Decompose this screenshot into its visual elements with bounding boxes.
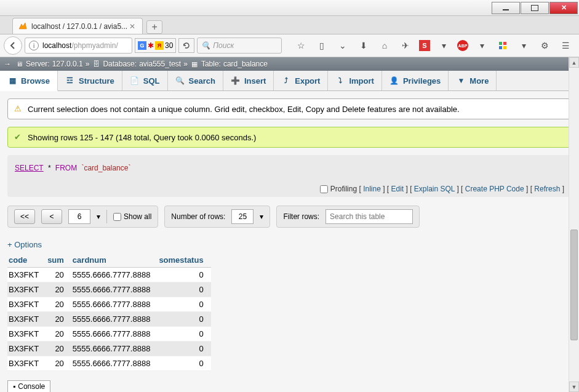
home-icon[interactable]: ⌂ <box>377 38 392 53</box>
explain-link[interactable]: Explain SQL <box>414 185 455 193</box>
dropdown-icon[interactable]: ▾ <box>436 38 451 53</box>
table-row[interactable]: BX3FKT205555.6666.7777.88880 <box>7 282 211 297</box>
url-bar[interactable]: i localhost/phpmyadmin/ <box>25 38 132 54</box>
tab-import[interactable]: ⤵Import <box>328 71 381 90</box>
search-magnifier-icon: 🔍 <box>201 41 210 50</box>
crumb-server-value[interactable]: 127.0.0.1 <box>52 60 83 68</box>
close-window-button[interactable] <box>549 2 578 14</box>
table-row[interactable]: BX3FKT205555.6666.7777.88880 <box>7 268 211 282</box>
gear-icon[interactable]: ⚙ <box>537 38 552 53</box>
cell-cardnum: 5555.6666.7777.8888 <box>71 356 158 371</box>
tab-structure[interactable]: ☲Structure <box>58 71 122 90</box>
cell-somestatus: 0 <box>158 312 210 327</box>
pocket-icon[interactable]: ⌄ <box>335 38 350 53</box>
svg-rect-1 <box>503 42 506 45</box>
pager: << < ▾ Show all Number of rows: ▾ <box>7 206 572 228</box>
sql-panel: SELECT * FROM `card_balance` Profiling [… <box>7 155 572 197</box>
tab-sql[interactable]: 📄SQL <box>122 71 168 90</box>
bookmark-star-icon[interactable]: ☆ <box>293 38 308 53</box>
yandex-widget[interactable]: G ✱ Я 30 <box>135 38 176 53</box>
toolbar-right: ☆ ▯ ⌄ ⬇ ⌂ ✈ S ▾ ABP ▾ ▾ ⚙ ☰ <box>293 38 575 53</box>
extension-flag-icon[interactable] <box>495 38 510 53</box>
col-code[interactable]: code <box>7 253 46 268</box>
options-link[interactable]: + Options <box>7 240 42 249</box>
table-row[interactable]: BX3FKT205555.6666.7777.88880 <box>7 356 211 371</box>
col-cardnum[interactable]: cardnum <box>71 253 158 268</box>
results-table: code sum cardnum somestatus BX3FKT205555… <box>7 253 211 371</box>
inline-link[interactable]: Inline <box>363 185 381 193</box>
s-extension-icon[interactable]: S <box>419 40 430 51</box>
crumb-db-value[interactable]: avia555_test <box>139 60 181 68</box>
reload-button[interactable] <box>178 38 194 53</box>
new-tab-button[interactable]: + <box>146 20 162 34</box>
num-rows-input[interactable] <box>231 209 254 224</box>
back-button[interactable] <box>4 36 22 55</box>
scroll-thumb[interactable] <box>570 230 578 340</box>
sql-select: SELECT <box>15 164 44 172</box>
crumb-table-label: Table: <box>201 60 221 68</box>
search-tab-icon: 🔍 <box>175 76 185 86</box>
pager-filter-box: Filter rows: <box>276 206 420 228</box>
cell-cardnum: 5555.6666.7777.8888 <box>71 297 158 312</box>
site-info-icon[interactable]: i <box>29 41 39 50</box>
table-row[interactable]: BX3FKT205555.6666.7777.88880 <box>7 327 211 342</box>
cell-sum: 20 <box>46 297 71 312</box>
table-row[interactable]: BX3FKT205555.6666.7777.88880 <box>7 312 211 327</box>
pager-separator <box>106 210 107 223</box>
tab-structure-label: Structure <box>79 76 114 86</box>
url-host: localhost <box>42 41 71 50</box>
import-icon: ⤵ <box>335 76 345 86</box>
nav-collapse-icon[interactable]: → <box>2 59 12 69</box>
export-icon: ⤴ <box>281 76 291 86</box>
send-icon[interactable]: ✈ <box>398 38 413 53</box>
sidebar-icon[interactable]: ▯ <box>314 38 329 53</box>
col-somestatus[interactable]: somestatus <box>158 253 210 268</box>
vertical-scrollbar[interactable]: ▲ ▼ <box>569 57 579 392</box>
tab-more[interactable]: ▼More <box>449 71 497 90</box>
col-sum[interactable]: sum <box>46 253 71 268</box>
minimize-button[interactable] <box>492 2 520 14</box>
database-icon: 🗄 <box>92 60 100 68</box>
tab-export[interactable]: ⤴Export <box>274 71 328 90</box>
scroll-up-button[interactable]: ▲ <box>569 57 579 68</box>
download-icon[interactable]: ⬇ <box>356 38 371 53</box>
first-page-button[interactable]: << <box>14 209 35 224</box>
tab-browse[interactable]: ▦Browse <box>0 71 58 91</box>
tab-close-icon[interactable]: ✕ <box>127 22 137 31</box>
create-php-link[interactable]: Create PHP Code <box>465 185 524 193</box>
adblock-icon[interactable]: ABP <box>457 40 468 51</box>
more-icon: ▼ <box>456 76 466 86</box>
refresh-link[interactable]: Refresh <box>534 185 560 193</box>
table-row[interactable]: BX3FKT205555.6666.7777.88880 <box>7 297 211 312</box>
page-dropdown-icon[interactable]: ▾ <box>97 212 100 221</box>
show-all-checkbox[interactable] <box>113 213 121 221</box>
hamburger-menu-icon[interactable]: ☰ <box>558 38 573 53</box>
cell-code: BX3FKT <box>7 327 46 342</box>
filter-input[interactable] <box>325 209 413 224</box>
cell-sum: 20 <box>46 312 71 327</box>
scroll-down-button[interactable]: ▼ <box>569 382 579 392</box>
rows-dropdown-icon[interactable]: ▾ <box>260 212 263 221</box>
yandex-count: 30 <box>165 41 173 50</box>
browser-toolbar: i localhost/phpmyadmin/ G ✱ Я 30 🔍 Поиск… <box>0 34 579 57</box>
server-icon: 🖥 <box>15 60 23 68</box>
tab-insert[interactable]: ➕Insert <box>223 71 274 90</box>
table-row[interactable]: BX3FKT205555.6666.7777.88880 <box>7 342 211 356</box>
dropdown-3-icon[interactable]: ▾ <box>516 38 531 53</box>
dropdown-2-icon[interactable]: ▾ <box>474 38 489 53</box>
edit-link[interactable]: Edit <box>391 185 404 193</box>
page-number-input[interactable] <box>68 209 90 224</box>
tab-privileges[interactable]: 👤Privileges <box>382 71 449 90</box>
tab-phpmyadmin[interactable]: localhost / 127.0.0.1 / avia5... ✕ <box>12 18 143 34</box>
profiling-checkbox[interactable] <box>320 185 328 193</box>
tab-search[interactable]: 🔍Search <box>168 71 223 90</box>
tab-sql-label: SQL <box>143 76 160 86</box>
crumb-table-value[interactable]: card_balance <box>223 60 268 68</box>
window-buttons <box>491 2 578 14</box>
tab-export-label: Export <box>295 76 320 86</box>
prev-page-button[interactable]: < <box>41 209 62 224</box>
console-toggle[interactable]: ▪ Console <box>7 380 50 392</box>
search-box[interactable]: 🔍 Поиск <box>197 38 282 54</box>
maximize-button[interactable] <box>521 2 549 14</box>
insert-icon: ➕ <box>231 76 241 86</box>
